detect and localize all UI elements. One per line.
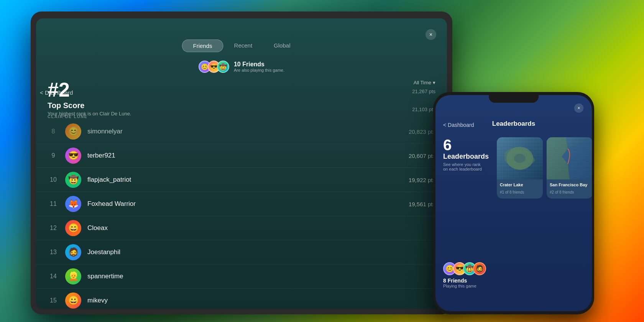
friends-info: 10 Friends Are also playing this game.: [234, 61, 284, 72]
rank-14: 14: [48, 273, 59, 280]
map-img-2: [547, 137, 592, 179]
leaderboard-list: 8 😊 simonnelyar 20,823 pts 9 😎 terber921…: [36, 122, 447, 309]
top-score-label: Top Score: [48, 101, 131, 110]
tablet-close-button[interactable]: ×: [426, 29, 436, 40]
map-label-1: Crater Lake: [497, 179, 543, 190]
avatar-15: 😀: [65, 292, 81, 309]
phone-screen: × < Dashboard Leaderboards 6 Leaderboard…: [435, 95, 592, 311]
phone-avatar-4: 🧔: [473, 262, 486, 275]
table-row[interactable]: 8 😊 simonnelyar 20,823 pts: [36, 122, 447, 144]
map-sub-1: #1 of 8 friends: [497, 190, 543, 194]
map-img-1: [497, 137, 543, 179]
name-11: Foxhead Warrior: [87, 200, 402, 208]
tab-friends[interactable]: Friends: [182, 39, 223, 52]
lb-sub: See where you rank on each leaderboard: [443, 162, 489, 171]
table-row[interactable]: 10 🤠 flapjack_patriot 19,922 pts: [36, 168, 447, 192]
phone-title: Leaderboards: [492, 120, 535, 128]
name-15: mikevy: [87, 297, 429, 304]
table-row[interactable]: 12 😄 Cloeax: [36, 216, 447, 240]
score-9: 20,607 pts: [409, 153, 435, 159]
score-10: 19,922 pts: [409, 177, 435, 183]
table-row[interactable]: 15 😀 mikevy: [36, 289, 447, 309]
rank-13: 13: [48, 249, 59, 256]
all-time-dropdown[interactable]: All Time ▾: [414, 80, 435, 85]
phone-friends-section: 😊 😎 🤠 🧔 8 Friends Playing this game: [443, 262, 486, 288]
rank-10: 10: [48, 176, 59, 183]
phone-friends-label: 8 Friends: [443, 278, 486, 284]
phone-notch: [489, 92, 539, 103]
friend-avatar-3: 🤠: [217, 61, 229, 73]
name-13: Joestanphil: [87, 248, 429, 256]
tablet-device: × < Dashboard Friends Recent Global 😊 😎 …: [31, 12, 452, 314]
map-label-2: San Francisco Bay: [547, 179, 592, 190]
friends-count: 10 Friends: [234, 61, 284, 68]
rank-11: 11: [48, 200, 59, 207]
phone-map-cards: Crater Lake #1 of 8 friends San Francisc…: [497, 137, 592, 256]
score-8: 20,823 pts: [409, 128, 435, 135]
tab-recent[interactable]: Recent: [223, 39, 263, 52]
section-label: CLAIR DE LUNE: [48, 114, 87, 119]
phone-back-button[interactable]: < Dashboard: [443, 122, 474, 128]
name-12: Cloeax: [87, 224, 429, 232]
avatar-14: 👱: [65, 268, 81, 284]
name-9: terber921: [87, 152, 402, 159]
friend-avatars: 😊 😎 🤠: [199, 61, 229, 73]
top-score-1: 21,267 pts: [412, 89, 435, 94]
name-8: simonnelyar: [87, 128, 402, 135]
rank-9: 9: [48, 152, 59, 159]
tablet-tabs: Friends Recent Global: [182, 39, 301, 52]
rank-12: 12: [48, 225, 59, 232]
top-score-2: 21,103 pts: [412, 107, 435, 112]
avatar-8: 😊: [65, 123, 81, 140]
lb-number: 6: [443, 137, 489, 153]
avatar-11: 🦊: [65, 196, 81, 212]
map-sub-2: #2 of 8 friends: [547, 190, 592, 194]
phone-friend-avatars: 😊 😎 🤠 🧔: [443, 262, 486, 275]
phone-lb-count: 6 Leaderboards See where you rank on eac…: [443, 137, 489, 171]
rank-15: 15: [48, 297, 59, 304]
tab-global[interactable]: Global: [263, 39, 301, 52]
score-11: 19,561 pts: [409, 201, 435, 207]
friends-bar: 😊 😎 🤠 10 Friends Are also playing this g…: [199, 61, 284, 73]
table-row[interactable]: 9 😎 terber921 20,607 pts: [36, 144, 447, 168]
table-row[interactable]: 13 🧔 Joestanphil: [36, 240, 447, 264]
table-row[interactable]: 14 👱 spannertime: [36, 264, 447, 289]
top-score-section: #2 Top Score Your highest rank is on Cla…: [48, 80, 131, 117]
phone-close-button[interactable]: ×: [574, 104, 583, 113]
map-card-crater-lake[interactable]: Crater Lake #1 of 8 friends: [497, 137, 543, 199]
all-time-label: All Time: [414, 80, 431, 85]
avatar-12: 😄: [65, 220, 81, 236]
name-14: spannertime: [87, 273, 429, 280]
tablet-screen: × < Dashboard Friends Recent Global 😊 😎 …: [36, 18, 447, 309]
avatar-10: 🤠: [65, 172, 81, 188]
avatar-13: 🧔: [65, 244, 81, 260]
chevron-down-icon: ▾: [433, 80, 435, 85]
friends-sub: Are also playing this game.: [234, 68, 284, 72]
table-row[interactable]: 11 🦊 Foxhead Warrior 19,561 pts: [36, 192, 447, 216]
name-10: flapjack_patriot: [87, 176, 402, 184]
map-card-sf-bay[interactable]: San Francisco Bay #2 of 8 friends: [547, 137, 592, 199]
phone-friends-sub: Playing this game: [443, 284, 486, 288]
avatar-9: 😎: [65, 148, 81, 164]
phone-device: × < Dashboard Leaderboards 6 Leaderboard…: [433, 92, 594, 314]
top-score-rank: #2: [48, 80, 131, 100]
lb-label: Leaderboards: [443, 153, 489, 161]
rank-8: 8: [48, 128, 59, 135]
